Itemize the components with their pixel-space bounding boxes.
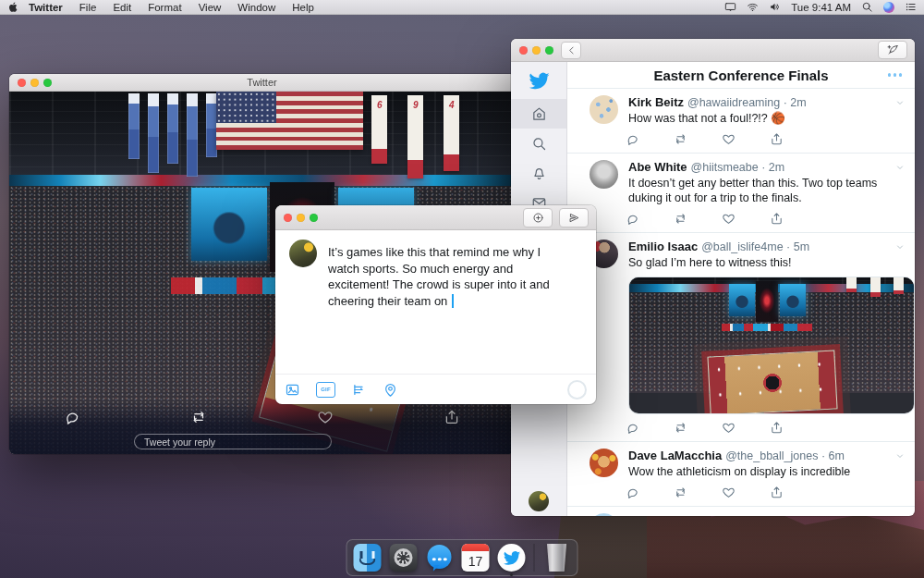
menu-help[interactable]: Help [292, 2, 314, 13]
reply-button[interactable] [626, 132, 674, 146]
calendar-day: 17 [462, 551, 490, 572]
menu-edit[interactable]: Edit [113, 2, 131, 13]
arena-banners-white: 6 9 4 [363, 95, 469, 186]
dock-messages-icon[interactable] [426, 544, 454, 572]
location-button[interactable] [383, 382, 398, 398]
avatar[interactable] [590, 95, 618, 124]
dock-finder-icon[interactable] [354, 544, 382, 572]
dock-calendar-icon[interactable]: 17 [462, 544, 490, 572]
menu-format[interactable]: Format [148, 2, 181, 13]
chevron-down-icon[interactable] [894, 515, 906, 516]
add-account-button[interactable] [523, 208, 553, 228]
retweet-button[interactable] [136, 409, 262, 425]
retweet-button[interactable] [674, 212, 722, 226]
tweet-author[interactable]: Kirk Beitz [628, 95, 684, 109]
menu-app-name[interactable]: Twitter [29, 2, 63, 13]
notification-center-icon[interactable] [905, 1, 917, 13]
minimize-button[interactable] [297, 214, 305, 222]
tweet-text: It doesn’t get any better than this. Two… [628, 176, 902, 205]
reply-button[interactable] [9, 409, 136, 425]
tweet-row[interactable]: Kirk Beitz@hawaiidreaming · 2m How was t… [567, 89, 915, 154]
close-button[interactable] [18, 79, 26, 87]
more-options-icon[interactable] [888, 73, 903, 77]
gif-button[interactable]: GIF [316, 382, 335, 398]
dock-separator [534, 544, 535, 572]
zoom-button[interactable] [545, 46, 553, 55]
avatar[interactable] [590, 160, 618, 189]
compose-toolbar: GIF [275, 374, 596, 404]
share-button[interactable] [388, 409, 515, 425]
menu-bar: Twitter File Edit Format View Window Hel… [0, 0, 924, 15]
poll-button[interactable] [351, 382, 367, 398]
like-button[interactable] [722, 421, 770, 435]
menu-window[interactable]: Window [237, 2, 275, 13]
chevron-down-icon[interactable] [894, 97, 906, 108]
reply-input[interactable]: Tweet your reply [134, 434, 332, 449]
display-icon[interactable] [724, 1, 736, 13]
like-button[interactable] [262, 409, 389, 425]
share-button[interactable] [770, 486, 818, 499]
compose-titlebar[interactable] [275, 205, 596, 230]
retweet-button[interactable] [674, 132, 722, 146]
wifi-icon[interactable] [747, 1, 759, 13]
menu-clock[interactable]: Tue 9:41 AM [791, 2, 851, 13]
reply-button[interactable] [626, 212, 674, 226]
reply-button[interactable] [626, 486, 674, 499]
tweet-row[interactable]: Abe White@hiitsmeabe · 2m It doesn’t get… [567, 154, 915, 233]
tweet-image[interactable] [628, 277, 915, 414]
retweet-button[interactable] [674, 486, 722, 499]
volume-icon[interactable] [769, 1, 781, 13]
like-button[interactable] [722, 486, 770, 499]
avatar[interactable] [590, 513, 618, 516]
like-button[interactable] [722, 212, 770, 226]
dock-trash-icon[interactable] [543, 544, 571, 572]
dock-twitter-icon[interactable] [498, 544, 526, 572]
share-button[interactable] [770, 132, 818, 146]
chevron-down-icon[interactable] [894, 241, 906, 252]
sidebar-item-home[interactable] [511, 99, 566, 129]
tweet-author[interactable]: Emilio Isaac [628, 240, 698, 253]
spotlight-icon[interactable] [861, 1, 873, 13]
send-tweet-button[interactable] [559, 208, 589, 228]
menu-file[interactable]: File [79, 2, 97, 13]
retweet-button[interactable] [674, 421, 722, 435]
home-icon [531, 106, 547, 122]
sidebar-item-notifications[interactable] [511, 158, 566, 188]
zoom-button[interactable] [43, 79, 52, 87]
tweet-author[interactable]: Abe White [628, 160, 687, 174]
profile-avatar[interactable] [529, 491, 549, 511]
zoom-button[interactable] [310, 214, 318, 222]
timeline-titlebar[interactable] [511, 39, 915, 62]
gif-label: GIF [321, 387, 331, 392]
new-tweet-button[interactable] [878, 41, 907, 59]
dock-system-preferences-icon[interactable] [390, 544, 418, 572]
tweet-row[interactable]: Emilio Isaac@ball_islife4me · 5m So glad… [567, 233, 915, 442]
like-button[interactable] [722, 132, 770, 146]
share-button[interactable] [770, 212, 818, 226]
reply-button[interactable] [626, 421, 674, 435]
tweet-author[interactable]: Dave LaMacchia [628, 449, 722, 462]
banner-number: 4 [444, 100, 459, 110]
chevron-down-icon[interactable] [894, 162, 906, 173]
siri-icon[interactable] [883, 2, 894, 13]
share-button[interactable] [770, 421, 818, 435]
avatar[interactable] [590, 449, 618, 477]
tweet-row[interactable]: Dave LaMacchia@the_bball_jones · 6m Wow … [567, 442, 915, 507]
tweet-author[interactable]: Nolan O’Brien [628, 513, 709, 516]
minimize-button[interactable] [30, 79, 39, 87]
sidebar-item-search[interactable] [511, 129, 566, 158]
close-button[interactable] [519, 46, 528, 55]
tweet-meta: @bring_itonagain · 7m [712, 514, 830, 516]
back-button[interactable] [561, 42, 581, 59]
add-photo-button[interactable] [285, 382, 300, 398]
photo-window-titlebar[interactable]: Twitter [9, 74, 515, 92]
tweet-row[interactable]: Nolan O’Brien@bring_itonagain · 7m This … [567, 507, 915, 516]
close-button[interactable] [284, 214, 292, 222]
menu-view[interactable]: View [199, 2, 222, 13]
minimize-button[interactable] [532, 46, 541, 55]
apple-menu-icon[interactable] [7, 1, 19, 13]
compose-text-area[interactable]: It’s games like this that remind me why … [328, 244, 565, 309]
us-flag [216, 92, 363, 150]
chevron-down-icon[interactable] [894, 450, 906, 461]
compose-body: It’s games like this that remind me why … [275, 230, 596, 375]
